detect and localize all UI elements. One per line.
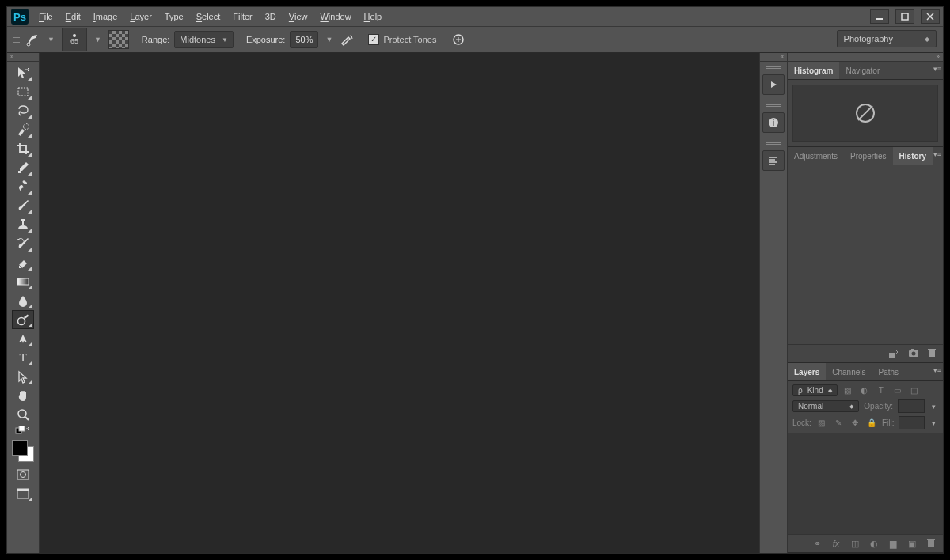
tab-channels[interactable]: Channels <box>826 363 872 380</box>
panel-menu-icon[interactable]: ▾≡ <box>933 150 941 158</box>
move-tool[interactable] <box>12 63 34 82</box>
close-button[interactable] <box>921 9 940 24</box>
range-select[interactable]: Midtones▼ <box>174 31 234 48</box>
filter-shape-icon[interactable]: ▭ <box>892 386 903 395</box>
filter-smart-icon[interactable]: ◫ <box>909 386 920 395</box>
canvas-area[interactable] <box>40 53 759 553</box>
panel-menu-icon[interactable]: ▾≡ <box>933 65 941 73</box>
crop-tool[interactable] <box>12 139 34 158</box>
lock-image-icon[interactable]: ✎ <box>833 418 844 427</box>
panels-collapse[interactable]: » <box>788 53 943 62</box>
current-tool-icon[interactable] <box>25 32 40 47</box>
tab-history[interactable]: History <box>893 147 933 165</box>
tab-layers[interactable]: Layers <box>788 363 826 380</box>
menu-window[interactable]: Window <box>314 7 357 26</box>
info-panel-icon[interactable]: i <box>762 112 785 133</box>
new-layer-icon[interactable]: ▣ <box>906 539 918 549</box>
menu-help[interactable]: Help <box>358 7 389 26</box>
workspace-switcher[interactable]: Photography ◆ <box>837 30 937 47</box>
camera-icon[interactable] <box>908 348 919 359</box>
eraser-tool[interactable] <box>12 253 34 272</box>
menu-type[interactable]: Type <box>158 7 190 26</box>
zoom-tool[interactable] <box>12 405 34 424</box>
layer-filter-kind[interactable]: ρKind◆ <box>792 384 838 396</box>
foreground-background-swatches[interactable] <box>12 440 34 462</box>
layers-list[interactable] <box>788 433 943 534</box>
blend-mode-select[interactable]: Normal◆ <box>792 400 859 412</box>
layer-mask-icon[interactable]: ◫ <box>849 539 861 549</box>
opacity-input[interactable] <box>898 399 925 413</box>
fill-input[interactable] <box>899 416 925 429</box>
screen-mode-toggle[interactable] <box>12 484 34 503</box>
brush-picker[interactable]: 65 <box>62 28 87 51</box>
quick-selection-tool[interactable] <box>12 120 34 139</box>
history-brush-tool[interactable] <box>12 234 34 253</box>
spot-healing-brush-tool[interactable] <box>12 177 34 196</box>
adjustment-layer-icon[interactable]: ◐ <box>868 539 880 549</box>
opacity-dropdown[interactable]: ▾ <box>929 403 938 411</box>
dock-expand[interactable]: « <box>760 53 787 62</box>
new-snapshot-icon[interactable] <box>889 348 900 359</box>
brush-panel-toggle[interactable] <box>108 30 129 49</box>
lasso-tool[interactable] <box>12 101 34 120</box>
layer-filter-icons[interactable]: ▧ ◐ T ▭ ◫ <box>842 386 920 395</box>
menu-select[interactable]: Select <box>190 7 227 26</box>
path-selection-tool[interactable] <box>12 367 34 386</box>
tab-properties[interactable]: Properties <box>844 147 893 165</box>
brush-tool[interactable] <box>12 196 34 215</box>
gradient-tool[interactable] <box>12 272 34 291</box>
tab-histogram[interactable]: Histogram <box>788 62 839 79</box>
dock-grip-icon[interactable] <box>766 142 781 146</box>
hand-tool[interactable] <box>12 386 34 405</box>
menu-filter[interactable]: Filter <box>226 7 258 26</box>
filter-type-icon[interactable]: T <box>876 386 887 395</box>
tab-paths[interactable]: Paths <box>872 363 906 380</box>
horizontal-type-tool[interactable]: T <box>12 348 34 367</box>
menu-edit[interactable]: Edit <box>59 7 87 26</box>
history-list[interactable] <box>788 165 943 344</box>
toolbox-expand[interactable]: » <box>7 53 39 62</box>
minimize-button[interactable] <box>870 9 889 24</box>
actions-panel-icon[interactable] <box>762 74 785 95</box>
link-layers-icon[interactable]: ⚭ <box>811 539 823 549</box>
options-grip-icon[interactable] <box>13 32 20 47</box>
quick-mask-toggle[interactable] <box>12 465 34 484</box>
dodge-tool[interactable] <box>12 310 34 329</box>
menu-layer[interactable]: Layer <box>124 7 158 26</box>
exposure-input[interactable]: 50% <box>290 31 318 48</box>
paragraph-panel-icon[interactable] <box>762 150 785 171</box>
lock-all-icon[interactable]: 🔒 <box>866 418 877 427</box>
default-fg-bg[interactable] <box>12 424 34 437</box>
airbrush-toggle[interactable] <box>340 32 355 47</box>
panel-menu-icon[interactable]: ▾≡ <box>933 366 941 374</box>
lock-transparent-icon[interactable]: ▧ <box>816 418 827 427</box>
new-group-icon[interactable]: ▆ <box>887 539 899 549</box>
tablet-pressure-toggle[interactable] <box>450 32 466 47</box>
tool-preset-dropdown[interactable]: ▼ <box>45 36 57 44</box>
menu-file[interactable]: File <box>32 7 59 26</box>
eyedropper-tool[interactable] <box>12 158 34 177</box>
maximize-button[interactable] <box>895 9 914 24</box>
protect-tones-checkbox[interactable]: ✓ Protect Tones <box>368 34 436 45</box>
foreground-color-swatch[interactable] <box>12 440 28 456</box>
lock-position-icon[interactable]: ✥ <box>849 418 861 427</box>
menu-view[interactable]: View <box>283 7 314 26</box>
fill-dropdown[interactable]: ▾ <box>929 419 938 427</box>
brush-picker-dropdown[interactable]: ▼ <box>92 36 104 44</box>
trash-icon[interactable] <box>927 348 937 359</box>
delete-layer-icon[interactable] <box>925 538 937 549</box>
rectangular-marquee-tool[interactable] <box>12 82 34 101</box>
filter-adjustment-icon[interactable]: ◐ <box>859 386 870 395</box>
tab-navigator[interactable]: Navigator <box>839 62 886 79</box>
pen-tool[interactable] <box>12 329 34 348</box>
blur-tool[interactable] <box>12 291 34 310</box>
dock-grip-icon[interactable] <box>766 104 781 108</box>
clone-stamp-tool[interactable] <box>12 215 34 234</box>
layer-style-icon[interactable]: fx <box>830 539 842 548</box>
exposure-slider-dropdown[interactable]: ▼ <box>323 36 335 44</box>
menu-image[interactable]: Image <box>87 7 124 26</box>
menu-3d[interactable]: 3D <box>259 7 283 26</box>
filter-pixel-icon[interactable]: ▧ <box>842 386 853 395</box>
tab-adjustments[interactable]: Adjustments <box>788 147 844 165</box>
dock-grip-icon[interactable] <box>766 66 781 70</box>
